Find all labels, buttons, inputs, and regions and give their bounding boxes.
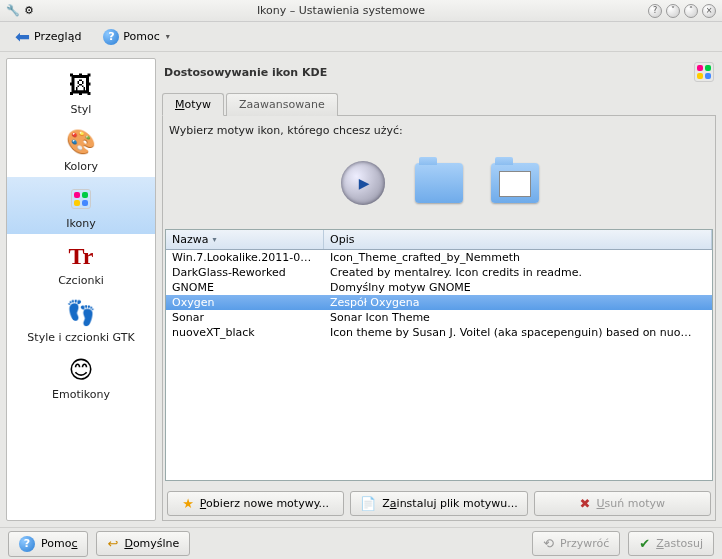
cell-desc: Zespół Oxygena — [324, 295, 712, 310]
column-desc[interactable]: Opis — [324, 230, 712, 249]
help-icon: ? — [19, 536, 35, 552]
sidebar-item-label: Kolory — [11, 160, 151, 173]
content-header: Dostosowywanie ikon KDE — [162, 58, 716, 86]
apply-button: ✔ Zastosuj — [628, 531, 714, 556]
style-icon: 🖼 — [65, 69, 97, 101]
main-area: 🖼 Styl 🎨 Kolory Ikony Tr Czcionki 👣 Styl… — [0, 52, 722, 527]
sort-indicator-icon: ▾ — [212, 235, 216, 244]
help-window-button[interactable]: ? — [648, 4, 662, 18]
remove-theme-button: ✖ Usuń motyw — [534, 491, 711, 516]
wrench-icon: 🔧 — [6, 4, 20, 17]
table-row[interactable]: Win.7.Lookalike.2011-01.13 Icon_Theme_cr… — [166, 250, 712, 265]
cell-desc: Icon_Theme_crafted_by_Nemmeth — [324, 250, 712, 265]
action-buttons: ★ Pobierz nowe motywy... 📄 Zainstaluj pl… — [165, 489, 713, 518]
tab-label: Zaawansowane — [239, 98, 325, 111]
tab-advanced[interactable]: Zaawansowane — [226, 93, 338, 116]
titlebar-left-icons: 🔧 ⚙ — [6, 4, 34, 17]
emoticons-icon: 😊 — [65, 354, 97, 386]
cell-desc: Domyślny motyw GNOME — [324, 280, 712, 295]
preview-folder-icon — [415, 159, 463, 207]
sidebar-item-style[interactable]: 🖼 Styl — [7, 63, 155, 120]
revert-icon: ⟲ — [543, 536, 554, 551]
cell-name: Sonar — [166, 310, 324, 325]
sidebar-item-gtk[interactable]: 👣 Style i czcionki GTK — [7, 291, 155, 348]
sidebar-item-fonts[interactable]: Tr Czcionki — [7, 234, 155, 291]
column-desc-label: Opis — [330, 233, 354, 246]
table-row[interactable]: GNOME Domyślny motyw GNOME — [166, 280, 712, 295]
table-row[interactable]: Sonar Sonar Icon Theme — [166, 310, 712, 325]
cell-name: Oxygen — [166, 295, 324, 310]
back-arrow-icon: ⬅ — [15, 26, 30, 47]
table-body: Win.7.Lookalike.2011-01.13 Icon_Theme_cr… — [166, 250, 712, 480]
column-name-label: Nazwa — [172, 233, 208, 246]
install-theme-button[interactable]: 📄 Zainstaluj plik motywu... — [350, 491, 527, 516]
sidebar-item-colors[interactable]: 🎨 Kolory — [7, 120, 155, 177]
window-title: Ikony – Ustawienia systemowe — [34, 4, 648, 17]
sidebar-item-label: Styl — [11, 103, 151, 116]
table-row[interactable]: Oxygen Zespół Oxygena — [166, 295, 712, 310]
sidebar-item-label: Emotikony — [11, 388, 151, 401]
cell-name: GNOME — [166, 280, 324, 295]
download-themes-button[interactable]: ★ Pobierz nowe motywy... — [167, 491, 344, 516]
help-label: Pomoc — [123, 30, 159, 43]
overview-button[interactable]: ⬅ Przegląd — [8, 22, 88, 51]
fonts-icon: Tr — [65, 240, 97, 272]
cell-desc: Sonar Icon Theme — [324, 310, 712, 325]
reset-button: ⟲ Przywróć — [532, 531, 620, 556]
defaults-button[interactable]: ↩ Domyślne — [96, 531, 190, 556]
content: Dostosowywanie ikon KDE Motyw Zaawansowa… — [162, 58, 716, 521]
page-title: Dostosowywanie ikon KDE — [164, 66, 327, 79]
cell-name: Win.7.Lookalike.2011-01.13 — [166, 250, 324, 265]
tab-body: Wybierz motyw ikon, którego chcesz użyć:… — [162, 116, 716, 521]
minimize-button[interactable]: ˅ — [666, 4, 680, 18]
gtk-icon: 👣 — [65, 297, 97, 329]
help-button[interactable]: ? Pomoc — [8, 531, 88, 557]
titlebar: 🔧 ⚙ Ikony – Ustawienia systemowe ? ˅ ˄ × — [0, 0, 722, 22]
undo-icon: ↩ — [107, 536, 118, 551]
hint-text: Wybierz motyw ikon, którego chcesz użyć: — [165, 124, 713, 137]
tab-container: Motyw Zaawansowane Wybierz motyw ikon, k… — [162, 92, 716, 521]
window-buttons: ? ˅ ˄ × — [648, 4, 716, 18]
cell-name: DarkGlass-Reworked — [166, 265, 324, 280]
tab-label-rest: otyw — [185, 98, 212, 111]
table-row[interactable]: DarkGlass-Reworked Created by mentalrey.… — [166, 265, 712, 280]
toolbar: ⬅ Przegląd ? Pomoc ▾ — [0, 22, 722, 52]
chevron-down-icon: ▾ — [166, 32, 170, 41]
table-row[interactable]: nuoveXT_black Icon theme by Susan J. Voi… — [166, 325, 712, 340]
module-icon — [694, 62, 714, 82]
column-name[interactable]: Nazwa ▾ — [166, 230, 324, 249]
icon-preview-row — [165, 145, 713, 221]
cell-desc: Created by mentalrey. Icon credits in re… — [324, 265, 712, 280]
cell-desc: Icon theme by Susan J. Voitel (aka space… — [324, 325, 712, 340]
footer: ? Pomoc ↩ Domyślne ⟲ Przywróć ✔ Zastosuj — [0, 527, 722, 559]
tabs: Motyw Zaawansowane — [162, 92, 716, 116]
preview-system-icon — [339, 159, 387, 207]
tab-theme[interactable]: Motyw — [162, 93, 224, 116]
overview-label: Przegląd — [34, 30, 81, 43]
sidebar-item-icons[interactable]: Ikony — [7, 177, 155, 234]
cell-name: nuoveXT_black — [166, 325, 324, 340]
theme-table: Nazwa ▾ Opis Win.7.Lookalike.2011-01.13 … — [165, 229, 713, 481]
colors-icon: 🎨 — [65, 126, 97, 158]
delete-icon: ✖ — [580, 496, 591, 511]
sidebar: 🖼 Styl 🎨 Kolory Ikony Tr Czcionki 👣 Styl… — [6, 58, 156, 521]
table-header: Nazwa ▾ Opis — [166, 230, 712, 250]
icons-icon — [65, 183, 97, 215]
document-icon: 📄 — [360, 496, 376, 511]
settings-icon: ⚙ — [24, 4, 34, 17]
help-icon: ? — [103, 29, 119, 45]
star-icon: ★ — [182, 496, 194, 511]
maximize-button[interactable]: ˄ — [684, 4, 698, 18]
check-icon: ✔ — [639, 536, 650, 551]
reset-label: Przywróć — [560, 537, 609, 550]
sidebar-item-label: Czcionki — [11, 274, 151, 287]
sidebar-item-emoticons[interactable]: 😊 Emotikony — [7, 348, 155, 405]
preview-folder-open-icon — [491, 159, 539, 207]
sidebar-item-label: Ikony — [11, 217, 151, 230]
sidebar-item-label: Style i czcionki GTK — [11, 331, 151, 344]
help-menu-button[interactable]: ? Pomoc ▾ — [96, 25, 176, 49]
close-button[interactable]: × — [702, 4, 716, 18]
